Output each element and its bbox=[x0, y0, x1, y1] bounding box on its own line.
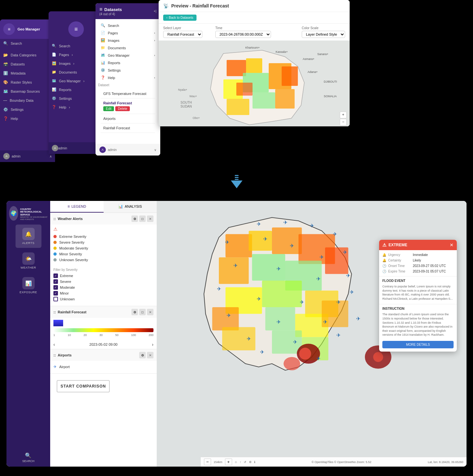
severe-dot bbox=[53, 241, 57, 244]
checkbox-unknown[interactable] bbox=[53, 297, 58, 301]
datasets-subtitle: (4 out of 4) bbox=[99, 12, 122, 16]
nav-search[interactable]: 🔍Search bbox=[0, 39, 55, 48]
datasets-admin-expand[interactable]: ∨ bbox=[154, 148, 156, 152]
datasets-admin-bar: A admin ∨ bbox=[96, 144, 160, 156]
svg-text:✈: ✈ bbox=[227, 312, 231, 318]
svg-text:✈: ✈ bbox=[276, 266, 281, 272]
svg-text:−: − bbox=[342, 120, 344, 124]
weather-alerts-close-btn[interactable]: ✕ bbox=[147, 215, 153, 222]
color-scale-label: Color Scale bbox=[302, 26, 345, 30]
popup-close-btn[interactable]: ✕ bbox=[450, 242, 454, 248]
datasets-collapse[interactable]: +| bbox=[154, 9, 156, 13]
svg-rect-47 bbox=[272, 331, 302, 354]
info-icon[interactable]: ℹ bbox=[254, 460, 255, 464]
nav-datasets[interactable]: 🗃️Datasets› bbox=[0, 60, 55, 69]
dp-settings[interactable]: ⚙️Settings bbox=[98, 66, 158, 74]
airport-marker-1: ✈ bbox=[257, 221, 261, 227]
sidebar-search-btn[interactable]: 🔍 SEARCH bbox=[20, 448, 37, 467]
dp-search[interactable]: 🔍Search bbox=[98, 22, 158, 29]
checkbox-severe[interactable]: ✓ bbox=[53, 279, 58, 284]
svg-point-79 bbox=[373, 352, 383, 362]
dataset-item-3[interactable]: Airports bbox=[101, 114, 155, 123]
weather-label: WEATHER bbox=[21, 266, 36, 269]
popup-urgency-row: 🔔 Urgency Immediate bbox=[379, 252, 457, 258]
admin-expand-1[interactable]: ∧ bbox=[50, 155, 52, 158]
svg-text:+: + bbox=[342, 112, 344, 117]
checkbox-minor[interactable]: ✓ bbox=[53, 291, 58, 296]
instruction-text: The standard chunk of Lorem Ipsum used s… bbox=[379, 312, 457, 339]
nav-basemap-sources[interactable]: 🗺️Basemap Sources bbox=[0, 87, 55, 96]
comparison-section: START COMPARISON bbox=[50, 374, 157, 400]
datasets-title: ≡Datasets bbox=[99, 6, 122, 12]
svg-text:✈: ✈ bbox=[320, 254, 324, 260]
share-icon[interactable]: ↑ bbox=[240, 460, 242, 464]
time-label: Time bbox=[215, 26, 271, 30]
dataset-item-4[interactable]: Rainfall Forecast bbox=[101, 123, 155, 133]
sidebar-alerts-btn[interactable]: 🔔 ALERTS bbox=[16, 225, 41, 248]
exposure-label: EXPOSURE bbox=[19, 291, 37, 294]
airports-settings-btn[interactable]: ⚙ bbox=[139, 352, 146, 358]
rainfall-gradient-bar bbox=[53, 328, 153, 332]
refresh-icon[interactable]: ↺ bbox=[244, 460, 246, 464]
weather-alerts-settings-btn[interactable]: ⚙ bbox=[131, 215, 138, 222]
sidebar-weather-btn[interactable]: 🌤️ WEATHER bbox=[16, 249, 41, 273]
preview-controls: Select Layer Rainfall Forecast Time 2023… bbox=[159, 24, 350, 41]
svg-text:Sanara+: Sanara+ bbox=[317, 52, 328, 56]
admin-avatar-1: A bbox=[3, 153, 10, 159]
delete-btn[interactable]: Delete bbox=[115, 106, 130, 111]
more-details-btn[interactable]: MORE DETAILS bbox=[382, 341, 454, 348]
legend-section: :: Weather Alerts ⚙ □ ✕ ⚠ bbox=[50, 213, 157, 374]
nav-boundary-data[interactable]: —Boundary Data bbox=[0, 96, 55, 105]
app-header: 🌍 COUNTRY METEOROLOGICAL SERVICE MINISTR… bbox=[6, 204, 50, 225]
nav-metadata[interactable]: ℹ️Metadata bbox=[0, 69, 55, 78]
tab-legend[interactable]: ≡ LEGEND bbox=[50, 201, 104, 213]
nav-data-categories[interactable]: 📂Data Categories› bbox=[0, 51, 55, 60]
event-title: FLOOD EVENT bbox=[379, 278, 457, 284]
rainfall-close-btn[interactable]: ✕ bbox=[147, 309, 153, 315]
rainfall-settings-btn[interactable]: ⚙ bbox=[131, 309, 138, 315]
sidebar-1-title: Geo Manager bbox=[17, 27, 40, 31]
rainfall-date: 2023-05-02 09:00 bbox=[89, 342, 118, 346]
dataset-item-1[interactable]: GFS Temperature Forecast bbox=[101, 89, 155, 99]
tab-analysis[interactable]: 📊 ANALYSIS bbox=[104, 201, 157, 213]
dp-geo-manager[interactable]: 🗺️Geo Manager› bbox=[98, 52, 158, 59]
drag-handle-icon: :: bbox=[53, 217, 56, 221]
dataset-item-2[interactable]: Rainfall Forecast Edit Delete bbox=[101, 99, 155, 114]
svg-rect-33 bbox=[249, 231, 272, 251]
rainfall-collapse-btn[interactable]: □ bbox=[139, 309, 146, 315]
preview-back-section: ‹ Back to Datasets bbox=[159, 12, 350, 24]
org-sub: MINISTRY OF ENVIRONMENT AND FORESTS bbox=[20, 216, 48, 221]
dp-help[interactable]: ❓Help› bbox=[98, 74, 158, 81]
select-layer-dropdown[interactable]: Rainfall Forecast bbox=[163, 31, 202, 38]
color-scale-dropdown[interactable]: Layer Defined Style bbox=[302, 31, 345, 38]
svg-rect-39 bbox=[262, 281, 302, 307]
popup-certainty-row: 🔔 Certainty Likely bbox=[379, 258, 457, 263]
settings-icon[interactable]: ⚙ bbox=[249, 460, 252, 464]
rainfall-next-btn[interactable]: › bbox=[152, 342, 153, 347]
nav-raster-styles[interactable]: 🎨Raster Styles bbox=[0, 78, 55, 87]
sidebar-1-header: ≡ Geo Manager −| bbox=[0, 19, 55, 39]
nav-settings[interactable]: ⚙️Settings› bbox=[0, 105, 55, 114]
back-to-datasets-btn[interactable]: ‹ Back to Datasets bbox=[163, 15, 197, 21]
dp-images[interactable]: 🖼️Images› bbox=[98, 37, 158, 44]
expand-icon[interactable]: ⊹ bbox=[235, 460, 237, 464]
weather-alerts-collapse-btn[interactable]: □ bbox=[139, 215, 146, 222]
airports-close-btn[interactable]: ✕ bbox=[147, 352, 153, 358]
checkbox-extreme[interactable]: ✓ bbox=[53, 273, 58, 278]
alerts-label: ALERTS bbox=[22, 241, 35, 245]
start-comparison-btn[interactable]: START COMPARISON bbox=[57, 380, 110, 392]
dp-pages[interactable]: 📄Pages› bbox=[98, 29, 158, 37]
nav-help[interactable]: ❓Help› bbox=[0, 114, 55, 123]
filter-section: Filter by Severity ✓ Extreme ✓ Severe ✓ … bbox=[50, 266, 157, 306]
dp-documents[interactable]: 📁Documents bbox=[98, 44, 158, 52]
edit-btn[interactable]: Edit bbox=[103, 106, 114, 111]
popup-expire-row: 🕐 Expire Time 2023-09-31 05:07 UTC bbox=[379, 269, 457, 274]
zoom-plus-btn[interactable]: + bbox=[225, 459, 232, 465]
checkbox-moderate[interactable]: ✓ bbox=[53, 285, 58, 290]
dp-reports[interactable]: 📊Reports bbox=[98, 59, 158, 66]
rainfall-prev-btn[interactable]: ‹ bbox=[53, 342, 55, 347]
time-dropdown[interactable]: 2023-04-26T06:00:00.000Z bbox=[215, 31, 271, 38]
zoom-minus-btn[interactable]: − bbox=[204, 459, 211, 465]
filter-extreme: ✓ Extreme bbox=[53, 273, 153, 278]
sidebar-exposure-btn[interactable]: 📊 EXPOSURE bbox=[16, 274, 41, 297]
